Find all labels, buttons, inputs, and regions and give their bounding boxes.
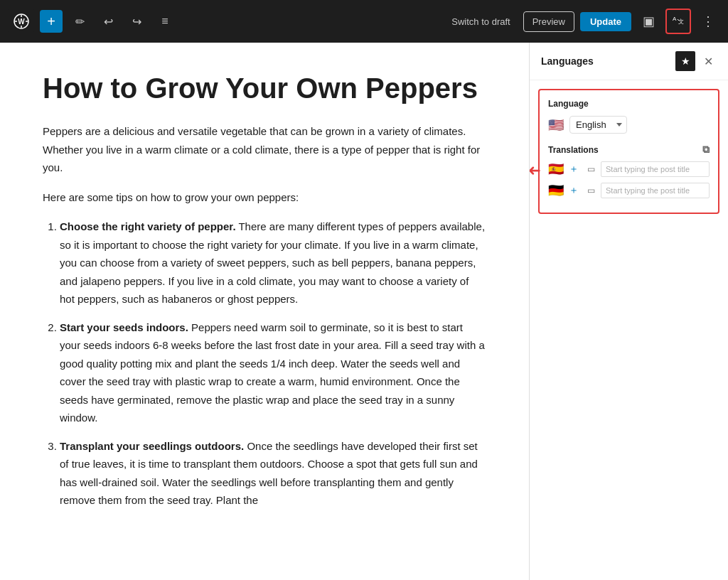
list-item: Start your seeds indoors. Peppers need w… bbox=[60, 318, 486, 427]
edit-icon-button[interactable]: ✏ bbox=[68, 10, 91, 33]
plus-icon: ＋ bbox=[569, 184, 579, 197]
topbar: W + ✏ ↩ ↪ ≡ Switch to draft Preview Upda… bbox=[0, 0, 728, 43]
svg-text:W: W bbox=[18, 18, 25, 26]
topbar-right-actions: Switch to draft Preview Update ▣ A 文 ⋮ bbox=[444, 9, 719, 34]
svg-text:A: A bbox=[673, 16, 677, 22]
preview-button[interactable]: Preview bbox=[523, 11, 574, 32]
switch-to-draft-button[interactable]: Switch to draft bbox=[444, 12, 517, 31]
edit-german-button[interactable]: ▭ bbox=[584, 183, 598, 198]
spanish-title-input[interactable] bbox=[601, 161, 710, 177]
sidebar: Languages ★ ✕ Language 🇺🇸 English Spanis… bbox=[529, 43, 728, 580]
list-item: Transplant your seedlings outdoors. Once… bbox=[60, 437, 486, 510]
list-item-3-bold: Transplant your seedlings outdoors. bbox=[60, 440, 244, 452]
language-section-label: Language bbox=[548, 99, 710, 109]
language-content-box: Language 🇺🇸 English Spanish German Frenc… bbox=[538, 89, 719, 214]
add-block-button[interactable]: + bbox=[40, 10, 63, 33]
undo-button[interactable]: ↩ bbox=[97, 10, 119, 33]
languages-panel-title: Languages bbox=[541, 55, 594, 67]
translation-row-spanish: ➜ 🇪🇸 ＋ ▭ bbox=[548, 161, 710, 177]
add-spanish-translation-button[interactable]: ＋ bbox=[567, 162, 581, 176]
pencil-icon: ✏ bbox=[75, 15, 85, 28]
tips-list: Choose the right variety of pepper. Ther… bbox=[43, 218, 486, 510]
list-item-2-text: Peppers need warm soil to germinate, so … bbox=[60, 321, 485, 424]
translations-label-text: Translations bbox=[548, 145, 599, 155]
tips-intro: Here are some tips on how to grow your o… bbox=[43, 188, 486, 207]
list-item: Choose the right variety of pepper. Ther… bbox=[60, 218, 486, 308]
more-options-icon: ⋮ bbox=[702, 14, 714, 29]
plus-icon: ＋ bbox=[569, 163, 579, 176]
editor-area: How to Grow Your Own Peppers Peppers are… bbox=[0, 43, 529, 580]
update-button[interactable]: Update bbox=[580, 12, 631, 31]
list-icon: ≡ bbox=[161, 15, 168, 28]
sidebar-toggle-button[interactable]: ▣ bbox=[637, 10, 660, 33]
list-item-1-text: There are many different types of pepper… bbox=[60, 220, 485, 305]
languages-panel-header: Languages ★ ✕ bbox=[530, 43, 728, 80]
us-flag: 🇺🇸 bbox=[548, 117, 564, 133]
list-item-2-bold: Start your seeds indoors. bbox=[60, 321, 188, 333]
post-body: Peppers are a delicious and versatile ve… bbox=[43, 122, 486, 510]
list-view-button[interactable]: ≡ bbox=[154, 10, 176, 33]
pin-panel-button[interactable]: ★ bbox=[675, 51, 695, 71]
redo-icon: ↪ bbox=[132, 15, 141, 28]
redo-button[interactable]: ↪ bbox=[125, 10, 148, 33]
edit-icon: ▭ bbox=[587, 164, 595, 174]
edit-icon: ▭ bbox=[587, 186, 595, 195]
german-flag: 🇩🇪 bbox=[548, 183, 564, 198]
main-layout: How to Grow Your Own Peppers Peppers are… bbox=[0, 43, 728, 580]
list-item-1-bold: Choose the right variety of pepper. bbox=[60, 220, 236, 232]
edit-spanish-button[interactable]: ▭ bbox=[584, 162, 598, 176]
close-panel-button[interactable]: ✕ bbox=[700, 53, 717, 70]
undo-icon: ↩ bbox=[104, 15, 113, 28]
spanish-flag: 🇪🇸 bbox=[548, 161, 564, 177]
translations-section-header: Translations ⧉ bbox=[548, 144, 710, 156]
sidebar-toggle-icon: ▣ bbox=[643, 14, 655, 29]
translate-icon: A 文 bbox=[672, 14, 685, 29]
arrow-annotation: ➜ bbox=[529, 161, 541, 180]
star-icon: ★ bbox=[681, 55, 690, 67]
translation-row-german: 🇩🇪 ＋ ▭ bbox=[548, 183, 710, 198]
german-title-input[interactable] bbox=[601, 183, 710, 198]
svg-text:文: 文 bbox=[678, 18, 684, 25]
wp-logo: W bbox=[9, 9, 34, 34]
language-select-row: 🇺🇸 English Spanish German French bbox=[548, 116, 710, 134]
translate-button[interactable]: A 文 bbox=[665, 9, 691, 34]
language-select[interactable]: English Spanish German French bbox=[569, 116, 627, 134]
post-title[interactable]: How to Grow Your Own Peppers bbox=[43, 71, 486, 105]
intro-paragraph: Peppers are a delicious and versatile ve… bbox=[43, 122, 486, 177]
close-icon: ✕ bbox=[704, 55, 713, 68]
add-german-translation-button[interactable]: ＋ bbox=[567, 183, 581, 198]
copy-translations-button[interactable]: ⧉ bbox=[702, 144, 710, 156]
more-options-button[interactable]: ⋮ bbox=[697, 10, 719, 33]
panel-header-actions: ★ ✕ bbox=[675, 51, 717, 71]
